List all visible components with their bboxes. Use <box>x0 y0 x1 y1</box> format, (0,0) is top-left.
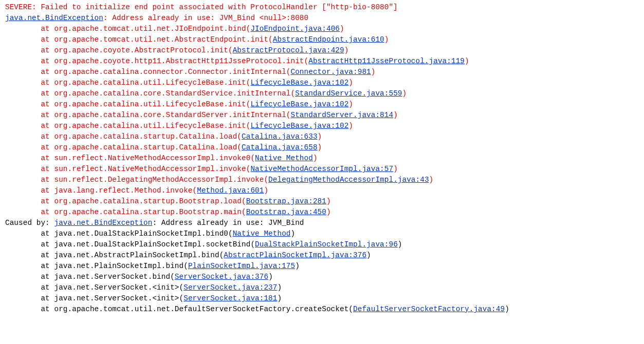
stack-frame-call: sun.reflect.DelegatingMethodAccessorImpl… <box>54 176 264 184</box>
open-paren: ( <box>179 294 184 302</box>
source-link[interactable]: LifecycleBase.java:102 <box>250 122 348 130</box>
open-paren: ( <box>242 197 246 205</box>
exception-message: : Address already in use: JVM_Bind <null… <box>103 14 308 22</box>
source-link[interactable]: NativeMethodAccessorImpl.java:57 <box>250 165 393 173</box>
open-paren: ( <box>250 154 255 162</box>
at-prefix: at <box>5 230 54 238</box>
source-link[interactable]: ServerSocket.java:376 <box>175 273 268 281</box>
source-link[interactable]: LifecycleBase.java:102 <box>250 100 348 108</box>
open-paren: ( <box>228 46 233 54</box>
stack-frame-call: java.net.ServerSocket.<init> <box>54 294 179 302</box>
stack-frame-call: org.apache.tomcat.util.net.JIoEndpoint.b… <box>54 25 246 33</box>
close-paren: ) <box>429 176 434 184</box>
stack-frame-call: java.lang.reflect.Method.invoke <box>54 186 192 195</box>
close-paren: ) <box>465 57 469 65</box>
source-link[interactable]: PlainSocketImpl.java:175 <box>188 262 295 270</box>
close-paren: ) <box>348 100 353 108</box>
source-link[interactable]: AbstractProtocol.java:429 <box>233 46 344 54</box>
stack-trace-block: SEVERE: Failed to initialize end point a… <box>5 2 644 315</box>
at-prefix: at <box>5 100 54 108</box>
source-link[interactable]: JIoEndpoint.java:406 <box>250 25 340 33</box>
source-link[interactable]: ServerSocket.java:237 <box>183 283 277 292</box>
at-prefix: at <box>5 154 54 162</box>
stack-frame-call: org.apache.catalina.core.StandardService… <box>54 89 290 98</box>
close-paren: ) <box>348 122 353 130</box>
open-paren: ( <box>264 176 268 184</box>
close-paren: ) <box>371 68 376 76</box>
open-paren: ( <box>179 283 184 292</box>
at-prefix: at <box>5 57 54 65</box>
close-paren: ) <box>268 273 273 281</box>
source-link[interactable]: DualStackPlainSocketImpl.java:96 <box>255 240 398 249</box>
at-prefix: at <box>5 111 54 119</box>
stack-frame-call: sun.reflect.NativeMethodAccessorImpl.inv… <box>54 165 246 173</box>
source-link[interactable]: Bootstrap.java:450 <box>246 208 326 216</box>
close-paren: ) <box>393 165 398 173</box>
source-link[interactable]: Bootstrap.java:281 <box>246 197 326 205</box>
at-prefix: at <box>5 79 54 87</box>
source-link[interactable]: Native Method <box>233 230 291 238</box>
close-paren: ) <box>505 305 509 313</box>
close-paren: ) <box>277 283 282 292</box>
at-prefix: at <box>5 197 54 205</box>
at-prefix: at <box>5 35 54 44</box>
caused-by-prefix: Caused by: <box>5 219 54 227</box>
source-link[interactable]: AbstractEndpoint.java:610 <box>273 35 384 44</box>
source-link[interactable]: Connector.java:981 <box>291 68 371 76</box>
open-paren: ( <box>228 230 233 238</box>
source-link[interactable]: StandardService.java:559 <box>295 89 402 98</box>
stack-frame-call: org.apache.catalina.connector.Connector.… <box>54 68 286 76</box>
close-paren: ) <box>313 154 318 162</box>
at-prefix: at <box>5 186 54 195</box>
at-prefix: at <box>5 283 54 292</box>
severe-line: SEVERE: Failed to initialize end point a… <box>5 3 398 11</box>
source-link[interactable]: Catalina.java:633 <box>242 132 318 141</box>
close-paren: ) <box>326 208 331 216</box>
at-prefix: at <box>5 273 54 281</box>
close-paren: ) <box>264 186 268 195</box>
stack-frame-call: org.apache.tomcat.util.net.AbstractEndpo… <box>54 35 268 44</box>
exception-message: : Address already in use: JVM_Bind <box>152 219 304 227</box>
stack-frame-call: org.apache.coyote.AbstractProtocol.init <box>54 46 228 54</box>
stack-frame-call: org.apache.coyote.http11.AbstractHttp11J… <box>54 57 304 65</box>
at-prefix: at <box>5 294 54 302</box>
stack-frame-call: java.net.ServerSocket.bind <box>54 273 170 281</box>
at-prefix: at <box>5 208 54 216</box>
close-paren: ) <box>318 132 322 141</box>
source-link[interactable]: DelegatingMethodAccessorImpl.java:43 <box>268 176 429 184</box>
at-prefix: at <box>5 89 54 98</box>
open-paren: ( <box>183 262 188 270</box>
exception-class-link[interactable]: java.net.BindException <box>5 14 103 22</box>
stack-frame-call: org.apache.catalina.util.LifecycleBase.i… <box>54 100 246 108</box>
open-paren: ( <box>237 143 242 151</box>
stack-frame-call: org.apache.catalina.startup.Bootstrap.lo… <box>54 197 242 205</box>
source-link[interactable]: StandardServer.java:814 <box>291 111 394 119</box>
at-prefix: at <box>5 132 54 141</box>
stack-frame-call: java.net.DualStackPlainSocketImpl.bind0 <box>54 230 228 238</box>
source-link[interactable]: Catalina.java:658 <box>242 143 318 151</box>
source-link[interactable]: Method.java:601 <box>197 186 264 195</box>
stack-frame-call: org.apache.catalina.startup.Catalina.loa… <box>54 143 237 151</box>
close-paren: ) <box>393 111 398 119</box>
close-paren: ) <box>291 230 296 238</box>
stack-frame-call: java.net.DualStackPlainSocketImpl.socket… <box>54 240 250 249</box>
source-link[interactable]: LifecycleBase.java:102 <box>250 79 348 87</box>
source-link[interactable]: DefaultServerSocketFactory.java:49 <box>353 305 505 313</box>
source-link[interactable]: Native Method <box>255 154 313 162</box>
close-paren: ) <box>402 89 407 98</box>
at-prefix: at <box>5 262 54 270</box>
stack-frame-call: org.apache.catalina.util.LifecycleBase.i… <box>54 122 246 130</box>
source-link[interactable]: ServerSocket.java:181 <box>183 294 277 302</box>
source-link[interactable]: AbstractPlainSocketImpl.java:376 <box>224 251 366 259</box>
open-paren: ( <box>291 89 296 98</box>
exception-class-link[interactable]: java.net.BindException <box>54 219 152 227</box>
close-paren: ) <box>326 197 331 205</box>
stack-frame-call: java.net.PlainSocketImpl.bind <box>54 262 183 270</box>
stack-frame-call: org.apache.tomcat.util.net.DefaultServer… <box>54 305 348 313</box>
at-prefix: at <box>5 305 54 313</box>
close-paren: ) <box>340 25 344 33</box>
stack-frame-call: java.net.ServerSocket.<init> <box>54 283 179 292</box>
at-prefix: at <box>5 46 54 54</box>
source-link[interactable]: AbstractHttp11JsseProtocol.java:119 <box>308 57 465 65</box>
open-paren: ( <box>286 111 291 119</box>
